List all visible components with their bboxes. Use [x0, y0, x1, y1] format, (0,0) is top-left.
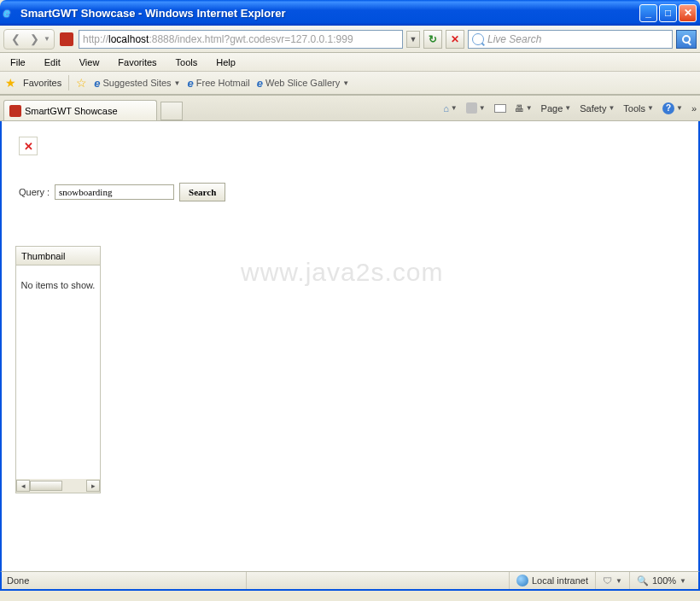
search-go-button[interactable]	[676, 30, 697, 49]
new-tab-button[interactable]	[160, 102, 183, 120]
x-icon: ✕	[24, 140, 33, 153]
ie-page-icon: e	[257, 77, 263, 90]
search-button[interactable]: Search	[179, 183, 225, 201]
security-zone[interactable]: Local intranet	[509, 572, 595, 589]
chevron-down-icon: ▼	[342, 79, 349, 87]
print-button[interactable]: 🖶▼	[515, 103, 533, 114]
maximize-button[interactable]: □	[659, 4, 677, 22]
address-bar[interactable]: http://localhost:8888/index.html?gwt.cod…	[79, 30, 403, 49]
tab-bar: SmartGWT Showcase ⌂▼ ▼ 🖶▼ Page▼ Safety▼ …	[0, 96, 700, 121]
command-bar: ⌂▼ ▼ 🖶▼ Page▼ Safety▼ Tools▼ ?▼ »	[443, 102, 697, 114]
ie-icon: e	[3, 6, 17, 20]
ie-page-icon: e	[188, 77, 194, 90]
chevron-down-icon: ▼	[174, 79, 181, 87]
rss-icon	[466, 102, 477, 114]
forward-button[interactable]: ❯	[25, 31, 44, 48]
search-placeholder: Live Search	[487, 33, 541, 45]
address-dropdown[interactable]: ▼	[406, 31, 420, 48]
back-button[interactable]: ❮	[6, 31, 25, 48]
tools-menu[interactable]: Tools▼	[623, 103, 654, 114]
stop-button[interactable]: ✕	[446, 30, 464, 49]
free-hotmail-label: Free Hotmail	[196, 78, 250, 88]
query-label: Query :	[19, 187, 50, 197]
safety-menu[interactable]: Safety▼	[580, 103, 615, 114]
printer-icon: 🖶	[515, 103, 524, 114]
page-content: ✕ Query : Search Thumbnail No items to s…	[0, 121, 700, 571]
bing-icon	[472, 33, 484, 45]
home-button[interactable]: ⌂▼	[443, 103, 458, 114]
site-icon	[60, 32, 73, 46]
scroll-left-button[interactable]: ◂	[16, 480, 30, 492]
query-input[interactable]	[55, 184, 174, 200]
status-mid	[246, 572, 509, 589]
web-slice-link[interactable]: eWeb Slice Gallery▼	[257, 77, 349, 90]
tools-label: Tools	[623, 103, 645, 114]
magnify-icon: 🔍	[637, 575, 649, 586]
grid-h-scrollbar[interactable]: ◂ ▸	[16, 479, 100, 493]
chevron-down-icon: ▼	[676, 104, 683, 112]
help-button[interactable]: ?▼	[662, 102, 683, 114]
mail-icon	[494, 104, 506, 113]
shield-icon: 🛡	[603, 575, 612, 586]
menu-view[interactable]: View	[76, 55, 103, 69]
status-bar: Done Local intranet 🛡 ▼ 🔍 100% ▼	[0, 571, 700, 591]
nav-back-forward: ❮ ❯ ▼	[3, 29, 55, 50]
command-overflow[interactable]: »	[691, 103, 697, 114]
grid-body: No items to show.	[16, 265, 100, 479]
menu-help[interactable]: Help	[213, 55, 239, 69]
chevron-down-icon: ▼	[615, 577, 622, 585]
grid-header-thumbnail[interactable]: Thumbnail	[16, 247, 100, 265]
menu-file[interactable]: File	[7, 55, 29, 69]
results-grid: Thumbnail No items to show. ◂ ▸	[15, 246, 101, 493]
tab-active[interactable]: SmartGWT Showcase	[3, 100, 157, 120]
ie-page-icon: e	[94, 77, 100, 90]
refresh-button[interactable]: ↻	[423, 30, 442, 49]
search-box[interactable]: Live Search	[468, 30, 673, 49]
chevron-down-icon: ▼	[451, 104, 458, 112]
menu-bar: File Edit View Favorites Tools Help	[0, 53, 700, 72]
status-text: Done	[7, 575, 246, 586]
menu-edit[interactable]: Edit	[41, 55, 64, 69]
add-fav-icon[interactable]: ☆	[76, 76, 87, 90]
free-hotmail-link[interactable]: eFree Hotmail	[188, 77, 250, 90]
zone-label: Local intranet	[532, 575, 588, 586]
scroll-right-button[interactable]: ▸	[86, 480, 100, 492]
separator	[68, 75, 69, 90]
window-titlebar: e SmartGWT Showcase - Windows Internet E…	[0, 0, 700, 26]
chevron-down-icon: ▼	[647, 104, 654, 112]
web-slice-label: Web Slice Gallery	[265, 78, 340, 88]
nav-history-dropdown[interactable]: ▼	[44, 35, 52, 43]
page-menu[interactable]: Page▼	[541, 103, 572, 114]
url-rest: :8888/index.html?gwt.codesvr=127.0.0.1:9…	[149, 33, 353, 45]
favorites-bar: ★ Favorites ☆ eSuggested Sites▼ eFree Ho…	[0, 72, 700, 96]
suggested-sites-label: Suggested Sites	[102, 78, 171, 88]
broken-image-box: ✕	[19, 137, 38, 155]
chevron-down-icon: ▼	[564, 104, 571, 112]
chevron-down-icon: ▼	[526, 104, 533, 112]
tab-favicon	[9, 105, 21, 117]
favorites-label[interactable]: Favorites	[23, 78, 61, 88]
scroll-thumb[interactable]	[30, 481, 62, 491]
minimize-button[interactable]: _	[639, 4, 657, 22]
suggested-sites-link[interactable]: eSuggested Sites▼	[94, 77, 180, 90]
nav-toolbar: ❮ ❯ ▼ http://localhost:8888/index.html?g…	[0, 26, 700, 53]
query-row: Query : Search	[19, 183, 686, 201]
read-mail-button[interactable]	[494, 104, 506, 113]
home-icon: ⌂	[443, 103, 449, 114]
protected-mode[interactable]: 🛡 ▼	[595, 572, 629, 589]
url-scheme: http://	[83, 33, 108, 45]
menu-favorites[interactable]: Favorites	[114, 55, 160, 69]
url-host: localhost	[108, 33, 149, 45]
menu-tools[interactable]: Tools	[172, 55, 201, 69]
globe-icon	[516, 575, 528, 586]
help-icon: ?	[662, 102, 674, 114]
window-title: SmartGWT Showcase - Windows Internet Exp…	[20, 7, 639, 20]
zoom-control[interactable]: 🔍 100% ▼	[629, 572, 693, 589]
window-controls: _ □ ✕	[639, 4, 697, 22]
grid-empty-message: No items to show.	[21, 279, 96, 479]
chevron-down-icon: ▼	[608, 104, 615, 112]
close-button[interactable]: ✕	[679, 4, 697, 22]
watermark-text: www.java2s.com	[241, 258, 443, 287]
rss-button[interactable]: ▼	[466, 102, 486, 114]
chevron-down-icon: ▼	[479, 104, 486, 112]
